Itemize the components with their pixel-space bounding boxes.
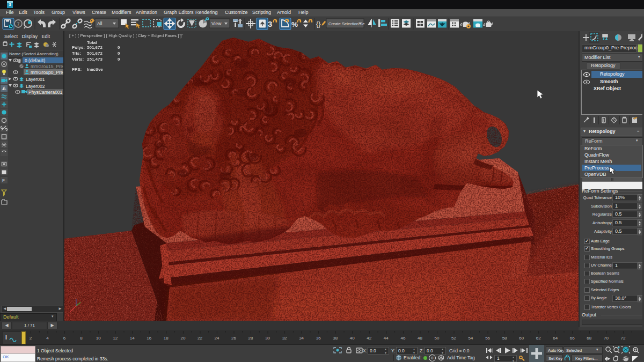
svg-text:501,672: 501,672 [87,45,103,50]
svg-text:60: 60 [519,336,524,341]
svg-text:7: 7 [17,21,20,27]
svg-text:FPS:: FPS: [72,67,82,72]
svg-text:38: 38 [333,336,338,341]
svg-text:Total: Total [87,40,97,45]
svg-text:0 (default): 0 (default) [25,58,45,63]
svg-text:72: 72 [620,336,625,341]
svg-text:[ + ] [ Perspective ] [ High Q: [ + ] [ Perspective ] [ High Quality ] [… [69,33,179,38]
svg-text:56: 56 [485,336,490,341]
svg-text:Layer002: Layer002 [26,84,45,89]
svg-text:x: x [68,313,70,317]
svg-text:36: 36 [316,336,321,341]
svg-text:24: 24 [214,336,219,341]
svg-text:8: 8 [80,336,83,341]
svg-text:40: 40 [350,336,355,341]
svg-text:Verts:: Verts: [72,57,84,62]
svg-text:Tris:: Tris: [72,51,81,56]
svg-text:30: 30 [265,336,270,341]
svg-text:4: 4 [46,336,49,341]
svg-text:501,672: 501,672 [87,51,103,56]
svg-text:{}: {} [316,20,320,28]
svg-text:mmGrou15_Prepr: mmGrou15_Prepr [31,64,63,69]
svg-text:Polys:: Polys: [72,45,85,50]
svg-text:32: 32 [282,336,287,341]
svg-text:View: View [211,21,222,26]
svg-text:48: 48 [418,336,422,341]
svg-text:34: 34 [299,336,304,341]
svg-text:70: 70 [604,336,609,341]
svg-text:0: 0 [118,45,120,50]
svg-text:Layer001: Layer001 [26,77,45,82]
svg-text:0: 0 [118,51,120,56]
svg-text:14: 14 [130,336,135,341]
svg-text:251,473: 251,473 [87,57,103,62]
svg-text:All: All [97,21,103,26]
svg-text:52: 52 [451,336,456,341]
svg-text:62: 62 [536,336,541,341]
svg-text:10: 10 [96,336,101,341]
svg-text:28: 28 [248,336,253,341]
svg-text:2: 2 [30,336,32,341]
svg-text:50: 50 [435,336,440,341]
svg-text:Inactive: Inactive [87,67,103,72]
svg-text:3: 3 [268,19,272,28]
svg-text:44: 44 [384,336,389,341]
svg-text:58: 58 [502,336,507,341]
svg-text:12: 12 [113,336,118,341]
svg-text:18: 18 [164,336,169,341]
svg-text:3: 3 [9,2,11,7]
svg-text:%: % [291,20,298,28]
svg-text:mmGroup0_Pre-Pr: mmGroup0_Pre-Pr [31,70,63,75]
svg-text:42: 42 [367,336,371,341]
svg-text:26: 26 [231,336,236,341]
svg-text:Create Selection Se: Create Selection Se [328,21,365,26]
svg-text:PhysCamera001: PhysCamera001 [28,90,63,95]
svg-text:0: 0 [118,57,120,62]
svg-text:16: 16 [147,336,151,341]
svg-text:66: 66 [570,336,575,341]
svg-text:6: 6 [63,336,66,341]
svg-text:64: 64 [553,336,558,341]
svg-text:F: F [2,178,5,183]
svg-text:20: 20 [180,336,185,341]
svg-text:68: 68 [587,336,591,341]
svg-text:54: 54 [469,336,473,341]
svg-text:46: 46 [400,336,405,341]
svg-text:22: 22 [197,336,202,341]
